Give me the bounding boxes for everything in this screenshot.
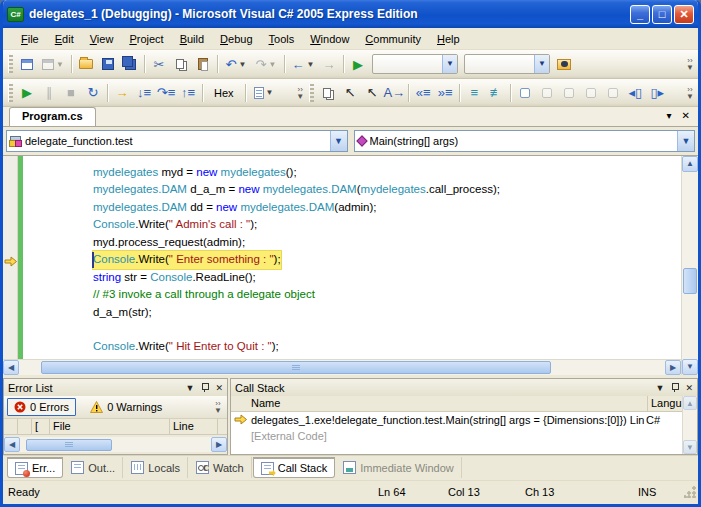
add-new-item-icon[interactable]: ▼ xyxy=(39,54,67,74)
error-column-[[interactable]: [ xyxy=(32,419,50,434)
tab-program-cs[interactable]: Program.cs xyxy=(9,107,96,126)
tab-out[interactable]: Out... xyxy=(64,457,123,478)
code-editor[interactable]: mydelegates myd = new mydelegates();myde… xyxy=(3,155,698,375)
decrease-indent-icon[interactable]: «≡ xyxy=(413,83,433,103)
editor-horizontal-scrollbar[interactable]: ◀ ▶ xyxy=(3,359,681,375)
code-line[interactable]: mydelegates.DAM d_a_m = new mydelegates.… xyxy=(23,181,681,198)
stop-debugging-icon[interactable]: ■ xyxy=(61,83,81,103)
close-panel-icon[interactable]: ✕ xyxy=(685,383,693,393)
call-stack-row[interactable]: [External Code] xyxy=(231,428,682,444)
members-combobox[interactable]: Main(string[] args) ▼ xyxy=(354,130,696,152)
window-position-icon[interactable]: ▼ xyxy=(656,383,665,393)
solution-platforms-combo[interactable]: ▼ xyxy=(464,54,550,74)
previous-bookmark-icon[interactable] xyxy=(537,83,557,103)
error-list-title-bar[interactable]: Error List ▼ ✕ xyxy=(4,379,227,396)
toolbar-grip[interactable] xyxy=(8,84,13,102)
auto-hide-pin-icon[interactable] xyxy=(201,383,208,392)
menu-build[interactable]: Build xyxy=(172,30,212,48)
code-line[interactable]: Console.Write(" Hit Enter to Quit : "); xyxy=(23,338,681,355)
comment-lines-icon[interactable]: ≡ xyxy=(464,83,484,103)
vertical-scroll-thumb[interactable] xyxy=(683,268,697,294)
navigate-forward-icon[interactable]: → xyxy=(319,54,339,74)
tab-locals[interactable]: Locals xyxy=(124,457,188,478)
next-bookmark-icon[interactable] xyxy=(559,83,579,103)
menu-project[interactable]: Project xyxy=(121,30,171,48)
menu-community[interactable]: Community xyxy=(357,30,429,48)
tab-immediate-window[interactable]: Immediate Window xyxy=(336,457,462,478)
call-stack-title-bar[interactable]: Call Stack ▼ ✕ xyxy=(231,379,697,396)
break-all-icon[interactable]: ∥ xyxy=(39,83,59,103)
tab-call-stack[interactable]: Call Stack xyxy=(253,457,336,478)
code-line[interactable]: mydelegates.DAM dd = new mydelegates.DAM… xyxy=(23,199,681,216)
previous-bookmark-in-document-icon[interactable]: ◂▯ xyxy=(625,83,645,103)
error-column-icon0[interactable] xyxy=(4,419,18,434)
open-file-icon[interactable] xyxy=(76,54,96,74)
find-in-files-icon[interactable] xyxy=(554,54,574,74)
code-line[interactable]: string str = Console.ReadLine(); xyxy=(23,269,681,286)
solution-configurations-combo[interactable]: ▼ xyxy=(372,54,458,74)
copy-icon[interactable] xyxy=(171,54,191,74)
hex-button[interactable]: Hex xyxy=(208,85,240,101)
chevron-down-icon[interactable]: ▼ xyxy=(677,131,694,151)
scroll-up-icon[interactable]: ▲ xyxy=(683,396,697,410)
minimize-button[interactable]: _ xyxy=(630,5,650,24)
paste-icon[interactable] xyxy=(193,54,213,74)
scroll-left-icon[interactable]: ◀ xyxy=(3,360,19,375)
increase-indent-icon[interactable]: »≡ xyxy=(435,83,455,103)
next-bookmark-in-folder-icon[interactable] xyxy=(603,83,623,103)
save-all-icon[interactable] xyxy=(120,54,140,74)
column-language[interactable]: Langu xyxy=(648,396,682,411)
error-column-icon1[interactable] xyxy=(18,419,32,434)
document-list-dropdown-icon[interactable]: ▾ xyxy=(667,110,672,121)
toolbar-options-texteditor[interactable]: ››▼ xyxy=(684,86,696,100)
window-position-icon[interactable]: ▼ xyxy=(186,383,195,393)
toolbar-grip[interactable] xyxy=(8,55,13,73)
parameter-info-icon[interactable]: ↖ xyxy=(340,83,360,103)
horizontal-scroll-thumb[interactable] xyxy=(26,439,112,451)
redo-icon[interactable]: ↷▼ xyxy=(252,54,280,74)
resize-grip[interactable] xyxy=(684,486,696,498)
quick-info-icon[interactable]: ↖ xyxy=(362,83,382,103)
scroll-right-icon[interactable]: ▶ xyxy=(211,437,227,452)
menu-debug[interactable]: Debug xyxy=(212,30,260,48)
error-column-Line[interactable]: Line xyxy=(170,419,218,434)
toolbar-options-debug[interactable]: ››▼ xyxy=(294,86,306,100)
call-stack-header-row[interactable]: Name Langu xyxy=(231,396,682,412)
warnings-filter-button[interactable]: 0 Warnings xyxy=(84,399,168,415)
code-line[interactable]: mydelegates myd = new mydelegates(); xyxy=(23,164,681,181)
error-column-File[interactable]: File xyxy=(50,419,170,434)
close-button[interactable]: ✕ xyxy=(674,5,694,24)
error-toolbar-options[interactable]: ››▼ xyxy=(212,400,224,414)
menu-help[interactable]: Help xyxy=(429,30,468,48)
restart-icon[interactable]: ↻ xyxy=(83,83,103,103)
errors-filter-button[interactable]: 0 Errors xyxy=(7,398,76,416)
step-over-icon[interactable]: ↷≡ xyxy=(156,83,176,103)
tab-watch[interactable]: Watch xyxy=(189,457,252,478)
code-line[interactable]: // #3 invoke a call through a delegate o… xyxy=(23,286,681,303)
start-debugging-icon[interactable]: ▶ xyxy=(17,83,37,103)
new-project-icon[interactable] xyxy=(17,54,37,74)
menu-tools[interactable]: Tools xyxy=(261,30,303,48)
breakpoints-window-icon[interactable]: ▼ xyxy=(250,83,278,103)
close-document-icon[interactable]: ✕ xyxy=(682,110,690,121)
column-name[interactable]: Name xyxy=(231,396,648,411)
code-line[interactable] xyxy=(23,321,681,338)
scroll-down-icon[interactable]: ▼ xyxy=(682,359,698,375)
menu-file[interactable]: File xyxy=(13,30,47,48)
tab-err[interactable]: Err... xyxy=(7,457,63,478)
chevron-down-icon[interactable]: ▼ xyxy=(330,131,347,151)
step-into-icon[interactable]: ↓≡ xyxy=(134,83,154,103)
code-line[interactable]: d_a_m(str); xyxy=(23,304,681,321)
scroll-left-icon[interactable]: ◀ xyxy=(4,437,20,452)
toolbar-grip[interactable] xyxy=(309,84,314,102)
chevron-down-icon[interactable]: ▼ xyxy=(442,55,457,73)
display-member-list-icon[interactable] xyxy=(318,83,338,103)
undo-icon[interactable]: ↶▼ xyxy=(222,54,250,74)
navigate-backward-icon[interactable]: ←▼ xyxy=(289,54,317,74)
toggle-bookmark-icon[interactable] xyxy=(515,83,535,103)
menu-view[interactable]: View xyxy=(82,30,122,48)
maximize-button[interactable]: □ xyxy=(652,5,672,24)
scroll-up-icon[interactable]: ▲ xyxy=(682,156,698,172)
error-list-horizontal-scrollbar[interactable]: ◀ ▶ xyxy=(4,437,227,452)
call-stack-vertical-scrollbar[interactable]: ▲ ▼ xyxy=(682,396,697,454)
